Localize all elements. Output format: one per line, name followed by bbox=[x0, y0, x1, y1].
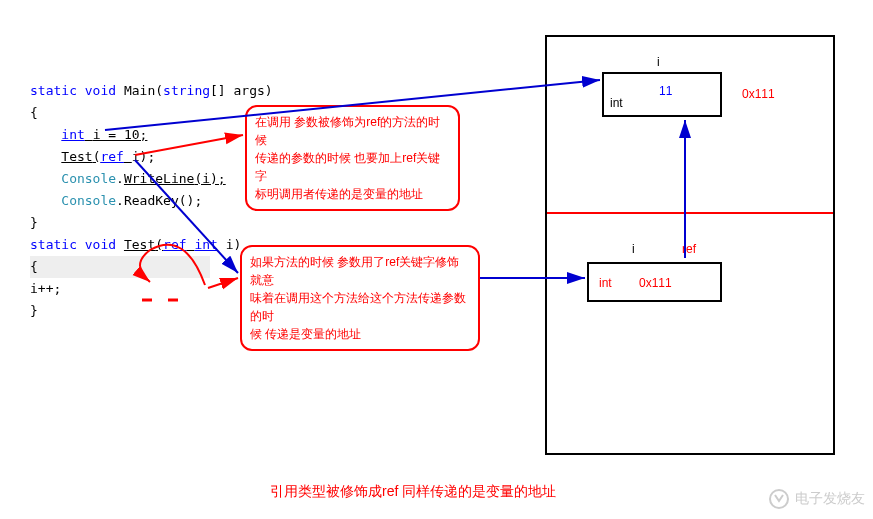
mem-bottom-type: int bbox=[599, 276, 612, 290]
annotation-1-line-2: 传递的参数的时候 也要加上ref关键字 bbox=[255, 149, 450, 185]
mem-bottom-value: 0x111 bbox=[639, 276, 672, 290]
code-line-12: } bbox=[30, 300, 273, 322]
code-line-5: Console.WriteLine(i); bbox=[30, 168, 273, 190]
bottom-caption: 引用类型被修饰成ref 同样传递的是变量的地址 bbox=[270, 483, 556, 501]
memory-diagram: i int 11 0x111 i ref int 0x111 bbox=[545, 35, 835, 455]
mem-top-type: int bbox=[610, 96, 623, 110]
code-line-2: { bbox=[30, 102, 273, 124]
code-line-7: } bbox=[30, 212, 273, 234]
mem-top-addr: 0x111 bbox=[742, 87, 775, 101]
code-line-1: static void Main(string[] args) bbox=[30, 80, 273, 102]
memory-divider bbox=[547, 212, 833, 214]
annotation-2-line-2: 味着在调用这个方法给这个方法传递参数的时 bbox=[250, 289, 470, 325]
code-line-9: static void Test(ref int i) bbox=[30, 234, 273, 256]
mem-bottom-box: int 0x111 bbox=[587, 262, 722, 302]
code-block: static void Main(string[] args) { int i … bbox=[30, 80, 273, 322]
code-line-11: i++; bbox=[30, 278, 273, 300]
mem-top-value: 11 bbox=[659, 84, 672, 98]
mem-bottom-ref-label: ref bbox=[682, 242, 696, 256]
annotation-1-line-1: 在调用 参数被修饰为ref的方法的时候 bbox=[255, 113, 450, 149]
mem-top-var-label: i bbox=[657, 55, 660, 69]
annotation-box-1: 在调用 参数被修饰为ref的方法的时候 传递的参数的时候 也要加上ref关键字 … bbox=[245, 105, 460, 211]
annotation-1-line-3: 标明调用者传递的是变量的地址 bbox=[255, 185, 450, 203]
code-line-10: { bbox=[30, 256, 273, 278]
annotation-box-2: 如果方法的时候 参数用了ref关键字修饰 就意 味着在调用这个方法给这个方法传递… bbox=[240, 245, 480, 351]
code-line-6: Console.ReadKey(); bbox=[30, 190, 273, 212]
svg-point-0 bbox=[770, 490, 788, 508]
code-line-3: int i = 10; bbox=[30, 124, 273, 146]
annotation-2-line-1: 如果方法的时候 参数用了ref关键字修饰 就意 bbox=[250, 253, 470, 289]
mem-bottom-var-label: i bbox=[632, 242, 635, 256]
watermark-icon bbox=[767, 487, 791, 511]
annotation-2-line-3: 候 传递是变量的地址 bbox=[250, 325, 470, 343]
watermark-text: 电子发烧友 bbox=[795, 490, 865, 508]
code-line-4: Test(ref i); bbox=[30, 146, 273, 168]
watermark: 电子发烧友 bbox=[767, 487, 865, 511]
mem-top-box: int 11 bbox=[602, 72, 722, 117]
